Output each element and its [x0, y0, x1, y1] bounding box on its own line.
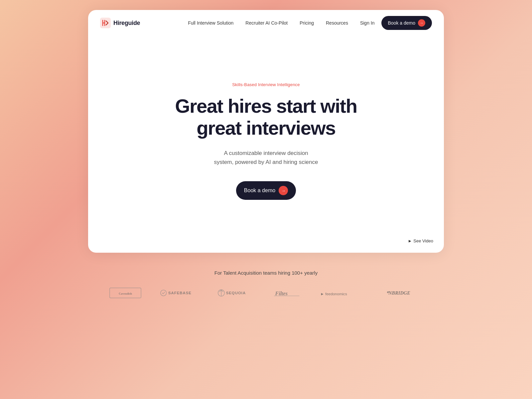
- hero-section: Skills-Based Interview Intelligence Grea…: [88, 36, 444, 253]
- nav-resources[interactable]: Resources: [326, 20, 348, 26]
- book-demo-nav-button[interactable]: Book a demo →: [381, 16, 432, 30]
- nav-actions: Sign In Book a demo →: [360, 16, 432, 30]
- logos-row: Cavendish SAFEBASE SEQUOIA Filtes: [109, 288, 422, 298]
- enbridge-logo: ᵉNBRIDGE: [385, 288, 423, 298]
- hero-title: Great hires start with great interviews: [175, 95, 357, 139]
- svg-text:Cavendish: Cavendish: [119, 292, 132, 295]
- svg-point-3: [161, 290, 167, 296]
- svg-rect-0: [100, 18, 111, 28]
- feedonomics-logo: ► feedonomics: [319, 288, 366, 298]
- logo-icon: [100, 18, 111, 28]
- filtes-logo: Filtes: [274, 288, 301, 298]
- brand-name: Hireguide: [113, 20, 140, 27]
- nav-links: Full Interview Solution Recruiter AI Co-…: [188, 20, 348, 26]
- svg-text:► feedonomics: ► feedonomics: [321, 292, 347, 296]
- bottom-section: For Talent Acquisition teams hiring 100+…: [13, 270, 519, 298]
- sequoia-logo: SEQUOIA: [217, 288, 256, 298]
- navbar: Hireguide Full Interview Solution Recrui…: [88, 10, 444, 36]
- svg-text:ᵉNBRIDGE: ᵉNBRIDGE: [386, 290, 410, 296]
- hero-tag: Skills-Based Interview Intelligence: [232, 82, 300, 87]
- svg-text:SEQUOIA: SEQUOIA: [226, 291, 246, 295]
- nav-pricing[interactable]: Pricing: [300, 20, 314, 26]
- cavendish-logo: Cavendish: [109, 288, 141, 298]
- hero-subtitle: A customizable interview decision system…: [214, 149, 318, 167]
- social-proof-tagline: For Talent Acquisition teams hiring 100+…: [214, 270, 318, 276]
- logo[interactable]: Hireguide: [100, 18, 140, 28]
- nav-full-interview-solution[interactable]: Full Interview Solution: [188, 20, 233, 26]
- see-video-button[interactable]: ▶ See Video: [409, 238, 433, 243]
- book-demo-hero-arrow-icon: →: [279, 186, 288, 195]
- nav-recruiter-ai-copilot[interactable]: Recruiter AI Co-Pilot: [245, 20, 288, 26]
- svg-text:Filtes: Filtes: [275, 291, 288, 296]
- book-demo-nav-arrow-icon: →: [418, 19, 425, 27]
- svg-text:SAFEBASE: SAFEBASE: [168, 291, 192, 295]
- main-card: Hireguide Full Interview Solution Recrui…: [88, 10, 444, 253]
- play-icon: ▶: [409, 239, 411, 243]
- book-demo-hero-label: Book a demo: [244, 188, 275, 194]
- book-demo-hero-button[interactable]: Book a demo →: [236, 181, 296, 200]
- safebase-logo: SAFEBASE: [160, 288, 199, 298]
- see-video-label: See Video: [413, 238, 433, 243]
- book-demo-nav-label: Book a demo: [388, 20, 416, 26]
- sign-in-button[interactable]: Sign In: [360, 20, 375, 26]
